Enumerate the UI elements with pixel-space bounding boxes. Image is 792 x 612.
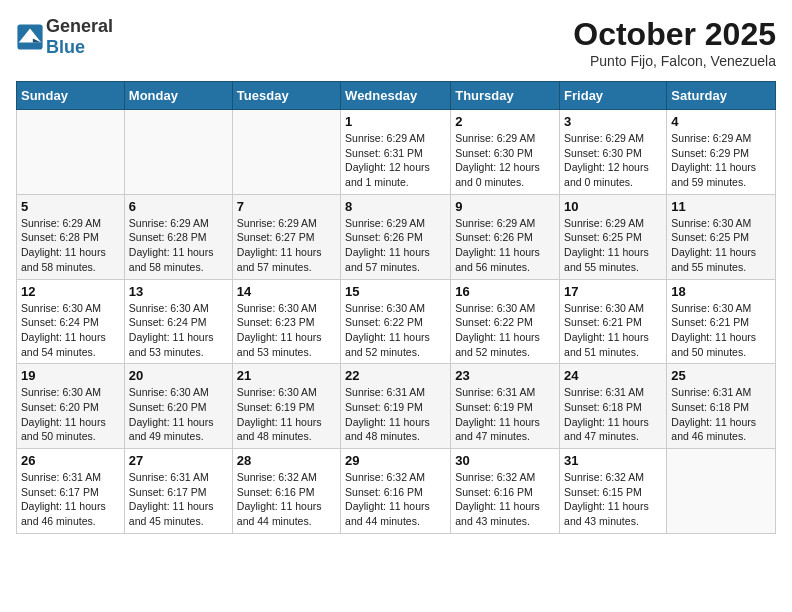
calendar-week-3: 12Sunrise: 6:30 AM Sunset: 6:24 PM Dayli… (17, 279, 776, 364)
day-number: 11 (671, 199, 771, 214)
day-info: Sunrise: 6:30 AM Sunset: 6:20 PM Dayligh… (21, 385, 120, 444)
day-info: Sunrise: 6:30 AM Sunset: 6:22 PM Dayligh… (345, 301, 446, 360)
day-number: 16 (455, 284, 555, 299)
day-info: Sunrise: 6:29 AM Sunset: 6:26 PM Dayligh… (455, 216, 555, 275)
day-number: 7 (237, 199, 336, 214)
logo-text: General Blue (46, 16, 113, 58)
day-info: Sunrise: 6:29 AM Sunset: 6:30 PM Dayligh… (564, 131, 662, 190)
calendar-cell: 16Sunrise: 6:30 AM Sunset: 6:22 PM Dayli… (451, 279, 560, 364)
day-number: 5 (21, 199, 120, 214)
calendar-cell: 30Sunrise: 6:32 AM Sunset: 6:16 PM Dayli… (451, 449, 560, 534)
calendar-cell: 6Sunrise: 6:29 AM Sunset: 6:28 PM Daylig… (124, 194, 232, 279)
calendar-cell (124, 110, 232, 195)
title-block: October 2025 Punto Fijo, Falcon, Venezue… (573, 16, 776, 69)
logo: General Blue (16, 16, 113, 58)
day-number: 20 (129, 368, 228, 383)
day-info: Sunrise: 6:30 AM Sunset: 6:22 PM Dayligh… (455, 301, 555, 360)
calendar-cell: 25Sunrise: 6:31 AM Sunset: 6:18 PM Dayli… (667, 364, 776, 449)
day-info: Sunrise: 6:29 AM Sunset: 6:28 PM Dayligh… (129, 216, 228, 275)
weekday-header-friday: Friday (560, 82, 667, 110)
weekday-header-sunday: Sunday (17, 82, 125, 110)
calendar-cell: 22Sunrise: 6:31 AM Sunset: 6:19 PM Dayli… (341, 364, 451, 449)
calendar-cell: 28Sunrise: 6:32 AM Sunset: 6:16 PM Dayli… (232, 449, 340, 534)
day-info: Sunrise: 6:30 AM Sunset: 6:24 PM Dayligh… (129, 301, 228, 360)
day-info: Sunrise: 6:31 AM Sunset: 6:17 PM Dayligh… (129, 470, 228, 529)
day-number: 30 (455, 453, 555, 468)
calendar-body: 1Sunrise: 6:29 AM Sunset: 6:31 PM Daylig… (17, 110, 776, 534)
day-number: 12 (21, 284, 120, 299)
calendar-cell: 9Sunrise: 6:29 AM Sunset: 6:26 PM Daylig… (451, 194, 560, 279)
day-info: Sunrise: 6:31 AM Sunset: 6:19 PM Dayligh… (455, 385, 555, 444)
day-number: 17 (564, 284, 662, 299)
calendar-cell: 8Sunrise: 6:29 AM Sunset: 6:26 PM Daylig… (341, 194, 451, 279)
day-info: Sunrise: 6:29 AM Sunset: 6:30 PM Dayligh… (455, 131, 555, 190)
calendar-cell: 12Sunrise: 6:30 AM Sunset: 6:24 PM Dayli… (17, 279, 125, 364)
calendar-cell: 7Sunrise: 6:29 AM Sunset: 6:27 PM Daylig… (232, 194, 340, 279)
day-info: Sunrise: 6:30 AM Sunset: 6:21 PM Dayligh… (671, 301, 771, 360)
calendar-cell: 15Sunrise: 6:30 AM Sunset: 6:22 PM Dayli… (341, 279, 451, 364)
day-info: Sunrise: 6:32 AM Sunset: 6:16 PM Dayligh… (345, 470, 446, 529)
day-number: 31 (564, 453, 662, 468)
logo-icon (16, 23, 44, 51)
day-number: 2 (455, 114, 555, 129)
calendar-cell: 17Sunrise: 6:30 AM Sunset: 6:21 PM Dayli… (560, 279, 667, 364)
day-info: Sunrise: 6:29 AM Sunset: 6:25 PM Dayligh… (564, 216, 662, 275)
calendar-week-4: 19Sunrise: 6:30 AM Sunset: 6:20 PM Dayli… (17, 364, 776, 449)
day-info: Sunrise: 6:30 AM Sunset: 6:20 PM Dayligh… (129, 385, 228, 444)
day-info: Sunrise: 6:30 AM Sunset: 6:24 PM Dayligh… (21, 301, 120, 360)
calendar-cell (667, 449, 776, 534)
calendar-cell: 2Sunrise: 6:29 AM Sunset: 6:30 PM Daylig… (451, 110, 560, 195)
day-number: 19 (21, 368, 120, 383)
day-number: 29 (345, 453, 446, 468)
day-info: Sunrise: 6:29 AM Sunset: 6:29 PM Dayligh… (671, 131, 771, 190)
weekday-header-row: SundayMondayTuesdayWednesdayThursdayFrid… (17, 82, 776, 110)
calendar-cell (17, 110, 125, 195)
logo-blue: Blue (46, 37, 85, 57)
calendar-cell: 1Sunrise: 6:29 AM Sunset: 6:31 PM Daylig… (341, 110, 451, 195)
day-number: 13 (129, 284, 228, 299)
weekday-header-monday: Monday (124, 82, 232, 110)
weekday-header-thursday: Thursday (451, 82, 560, 110)
calendar-cell: 5Sunrise: 6:29 AM Sunset: 6:28 PM Daylig… (17, 194, 125, 279)
calendar-cell (232, 110, 340, 195)
day-info: Sunrise: 6:29 AM Sunset: 6:28 PM Dayligh… (21, 216, 120, 275)
day-info: Sunrise: 6:30 AM Sunset: 6:21 PM Dayligh… (564, 301, 662, 360)
month-title: October 2025 (573, 16, 776, 53)
day-info: Sunrise: 6:31 AM Sunset: 6:17 PM Dayligh… (21, 470, 120, 529)
day-info: Sunrise: 6:31 AM Sunset: 6:18 PM Dayligh… (671, 385, 771, 444)
day-info: Sunrise: 6:31 AM Sunset: 6:18 PM Dayligh… (564, 385, 662, 444)
day-number: 15 (345, 284, 446, 299)
calendar-table: SundayMondayTuesdayWednesdayThursdayFrid… (16, 81, 776, 534)
day-number: 26 (21, 453, 120, 468)
day-number: 21 (237, 368, 336, 383)
logo-general: General (46, 16, 113, 36)
page-header: General Blue October 2025 Punto Fijo, Fa… (16, 16, 776, 69)
calendar-cell: 10Sunrise: 6:29 AM Sunset: 6:25 PM Dayli… (560, 194, 667, 279)
calendar-cell: 4Sunrise: 6:29 AM Sunset: 6:29 PM Daylig… (667, 110, 776, 195)
weekday-header-tuesday: Tuesday (232, 82, 340, 110)
calendar-cell: 11Sunrise: 6:30 AM Sunset: 6:25 PM Dayli… (667, 194, 776, 279)
day-info: Sunrise: 6:32 AM Sunset: 6:15 PM Dayligh… (564, 470, 662, 529)
day-number: 6 (129, 199, 228, 214)
day-info: Sunrise: 6:32 AM Sunset: 6:16 PM Dayligh… (237, 470, 336, 529)
calendar-week-1: 1Sunrise: 6:29 AM Sunset: 6:31 PM Daylig… (17, 110, 776, 195)
day-info: Sunrise: 6:30 AM Sunset: 6:19 PM Dayligh… (237, 385, 336, 444)
calendar-cell: 3Sunrise: 6:29 AM Sunset: 6:30 PM Daylig… (560, 110, 667, 195)
calendar-week-2: 5Sunrise: 6:29 AM Sunset: 6:28 PM Daylig… (17, 194, 776, 279)
day-number: 25 (671, 368, 771, 383)
day-info: Sunrise: 6:32 AM Sunset: 6:16 PM Dayligh… (455, 470, 555, 529)
calendar-cell: 20Sunrise: 6:30 AM Sunset: 6:20 PM Dayli… (124, 364, 232, 449)
calendar-cell: 21Sunrise: 6:30 AM Sunset: 6:19 PM Dayli… (232, 364, 340, 449)
day-info: Sunrise: 6:29 AM Sunset: 6:31 PM Dayligh… (345, 131, 446, 190)
day-info: Sunrise: 6:29 AM Sunset: 6:26 PM Dayligh… (345, 216, 446, 275)
day-number: 10 (564, 199, 662, 214)
calendar-header: SundayMondayTuesdayWednesdayThursdayFrid… (17, 82, 776, 110)
day-info: Sunrise: 6:31 AM Sunset: 6:19 PM Dayligh… (345, 385, 446, 444)
day-number: 14 (237, 284, 336, 299)
calendar-week-5: 26Sunrise: 6:31 AM Sunset: 6:17 PM Dayli… (17, 449, 776, 534)
weekday-header-saturday: Saturday (667, 82, 776, 110)
day-number: 8 (345, 199, 446, 214)
day-number: 3 (564, 114, 662, 129)
day-number: 4 (671, 114, 771, 129)
calendar-cell: 24Sunrise: 6:31 AM Sunset: 6:18 PM Dayli… (560, 364, 667, 449)
